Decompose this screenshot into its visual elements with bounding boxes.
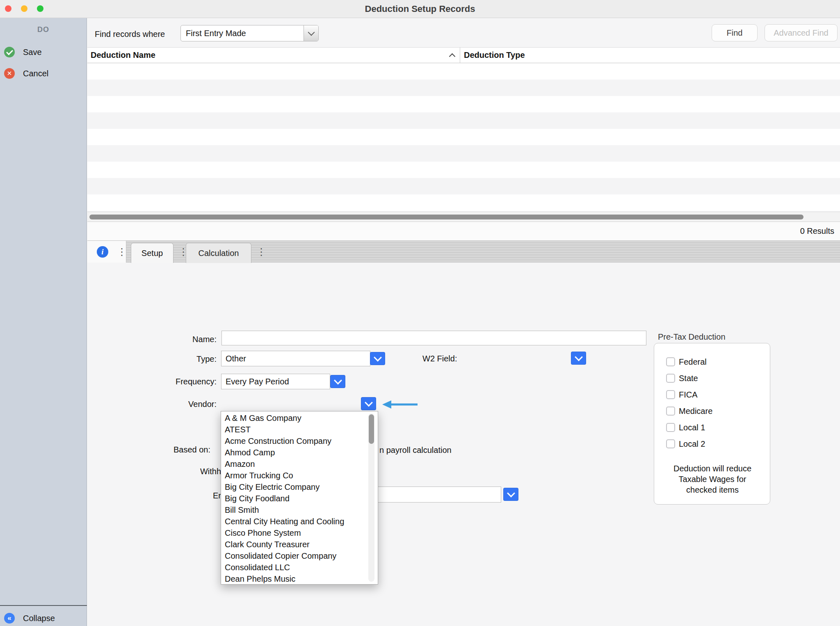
find-button[interactable]: Find — [712, 24, 758, 41]
pretax-checkbox-row: FICA — [654, 386, 770, 403]
grip-dots-icon: ⋮ — [117, 241, 127, 263]
pretax-checkbox-row: State — [654, 370, 770, 386]
pretax-title: Pre-Tax Deduction — [658, 331, 726, 342]
results-count: 0 Results — [800, 222, 834, 240]
vendor-option[interactable]: ATEST — [221, 424, 370, 435]
results-table-header: Deduction Name Deduction Type — [87, 47, 840, 63]
collapse-button[interactable]: « Collapse — [0, 613, 87, 624]
find-records-where-label: Find records where — [95, 29, 165, 39]
checkbox[interactable] — [666, 390, 675, 399]
column-divider[interactable] — [460, 48, 460, 63]
info-icon[interactable]: i — [97, 246, 108, 258]
expense-account-dropdown-button[interactable] — [503, 488, 518, 501]
frequency-label: Frequency: — [156, 376, 217, 387]
pretax-note: Deduction will reduce Taxable Wages for … — [662, 463, 762, 495]
x-circle-icon: ✕ — [4, 68, 15, 79]
frequency-dropdown-value: Every Pay Period — [226, 374, 289, 389]
save-button-label: Save — [23, 47, 42, 57]
close-window-icon[interactable] — [5, 5, 11, 12]
w2-field-label: W2 Field: — [422, 353, 457, 364]
zoom-window-icon[interactable] — [37, 5, 43, 12]
checkbox-label: FICA — [679, 390, 698, 400]
checkbox-label: Local 2 — [679, 439, 705, 449]
w2-field-dropdown-button[interactable] — [571, 352, 586, 365]
checkbox[interactable] — [666, 357, 675, 366]
expense-label-fragment: Er — [188, 490, 221, 501]
grip-dots-icon: ⋮ — [256, 241, 266, 263]
withholding-label-fragment: Withh — [188, 466, 221, 477]
cancel-button-label: Cancel — [23, 68, 48, 79]
pretax-checkbox-row: Local 1 — [654, 419, 770, 436]
main-content: Find records where First Entry Made Find… — [87, 18, 840, 626]
minimize-window-icon[interactable] — [21, 5, 27, 12]
checkbox[interactable] — [666, 374, 675, 383]
checkbox[interactable] — [666, 423, 675, 432]
type-label: Type: — [156, 354, 217, 364]
checkbox-label: State — [679, 374, 698, 383]
vendor-option[interactable]: Consolidated Copier Company — [221, 550, 370, 562]
vendor-option[interactable]: Dean Phelps Music — [221, 573, 370, 585]
check-circle-icon — [4, 47, 15, 57]
sidebar: DO Save ✕ Cancel « Collapse — [0, 18, 87, 626]
vendor-option[interactable]: Armor Trucking Co — [221, 470, 370, 481]
type-dropdown[interactable]: Other — [221, 351, 370, 366]
column-header-deduction-name[interactable]: Deduction Name — [91, 48, 155, 63]
checkbox-label: Federal — [679, 357, 707, 367]
results-count-bar: 0 Results — [87, 222, 840, 240]
based-on-text-fragment: n payroll calculation — [379, 445, 452, 455]
vendor-option[interactable]: Big City Electric Company — [221, 481, 370, 493]
sidebar-divider — [0, 605, 87, 606]
vendor-option[interactable]: Clark County Treasurer — [221, 539, 370, 550]
vendor-option[interactable]: Cisco Phone System — [221, 527, 370, 539]
collapse-button-label: Collapse — [23, 613, 55, 624]
pretax-panel: Federal State FICA Medicare Local 1 Loca… — [654, 343, 770, 505]
checkbox-label: Local 1 — [679, 423, 705, 432]
info-section: i ⋮ — [87, 241, 126, 263]
frequency-dropdown[interactable]: Every Pay Period — [221, 374, 330, 389]
vendor-dropdown-list: A & M Gas CompanyATESTAcme Construction … — [221, 411, 378, 585]
cancel-button[interactable]: ✕ Cancel — [0, 68, 87, 80]
window-titlebar: Deduction Setup Records — [0, 0, 840, 18]
vendor-label: Vendor: — [156, 399, 217, 409]
horizontal-scrollbar[interactable] — [87, 212, 840, 222]
checkbox[interactable] — [666, 407, 675, 416]
tab-bar: i ⋮ Setup ⋮ Calculation ⋮ — [87, 240, 840, 263]
pointer-arrow-icon — [381, 399, 419, 410]
column-header-deduction-type[interactable]: Deduction Type — [464, 48, 525, 63]
chevron-down-icon — [304, 25, 318, 41]
checkbox-label: Medicare — [679, 407, 712, 416]
vendor-option[interactable]: Consolidated LLC — [221, 562, 370, 573]
vendor-option[interactable]: Bill Smith — [221, 504, 370, 516]
name-input[interactable] — [221, 331, 646, 345]
based-on-label: Based on: — [150, 444, 210, 455]
find-field-dropdown-value: First Entry Made — [186, 25, 246, 41]
scrollbar-thumb[interactable] — [89, 215, 803, 219]
vendor-option[interactable]: Ahmod Camp — [221, 447, 370, 458]
vendor-dropdown-button[interactable] — [361, 397, 376, 410]
find-field-dropdown[interactable]: First Entry Made — [180, 25, 319, 41]
dropdown-scrollbar[interactable] — [368, 414, 374, 582]
dropdown-scrollbar-thumb[interactable] — [369, 414, 374, 444]
sidebar-section-label: DO — [0, 25, 87, 34]
pretax-checkbox-row: Local 2 — [654, 436, 770, 452]
collapse-chevrons-icon: « — [4, 613, 15, 624]
save-button[interactable]: Save — [0, 47, 87, 58]
tab-calculation[interactable]: Calculation — [186, 243, 251, 263]
checkbox[interactable] — [666, 439, 675, 448]
vendor-option[interactable]: Acme Construction Company — [221, 435, 370, 447]
app-window: Deduction Setup Records DO Save ✕ Cancel… — [0, 0, 840, 626]
tab-setup[interactable]: Setup — [131, 243, 173, 263]
vendor-option[interactable]: A & M Gas Company — [221, 412, 370, 424]
results-table-body — [87, 63, 840, 212]
type-dropdown-button[interactable] — [370, 352, 385, 365]
vendor-option[interactable]: Amazon — [221, 458, 370, 470]
pretax-checkbox-row: Federal — [654, 354, 770, 370]
advanced-find-button[interactable]: Advanced Find — [765, 24, 838, 41]
pretax-checkbox-row: Medicare — [654, 403, 770, 419]
type-dropdown-value: Other — [226, 351, 246, 366]
frequency-dropdown-button[interactable] — [330, 375, 345, 388]
vendor-option[interactable]: Central City Heating and Cooling — [221, 516, 370, 527]
vendor-option[interactable]: Big City Foodland — [221, 493, 370, 504]
window-title: Deduction Setup Records — [0, 0, 840, 18]
sort-ascending-icon[interactable] — [449, 53, 456, 60]
